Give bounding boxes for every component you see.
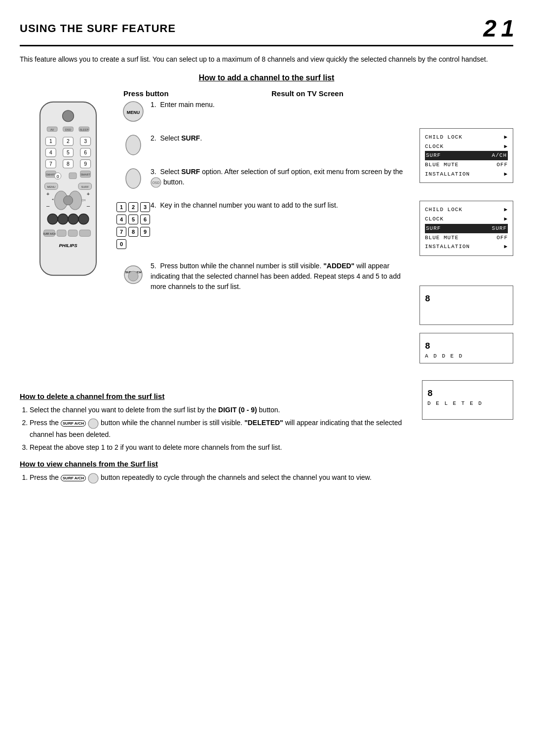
svg-text:8: 8 <box>67 161 70 167</box>
surf-ach-icon: SURF A/CH <box>122 264 144 286</box>
osd-button-icon: OSD <box>151 177 161 188</box>
tv-deleted-num: 8 <box>427 385 508 400</box>
step-2-text: 2. Select SURF. <box>151 133 415 144</box>
main-layout: AV DSD SLEEP 1 2 3 4 5 6 7 8 9 <box>20 100 513 371</box>
oval-down-icon <box>122 168 144 189</box>
surf-ach-badge-view: SURF A/CH <box>61 475 86 482</box>
col-press-label: Press button <box>123 89 232 98</box>
step-4-row: 1 2 3 4 5 6 7 8 9 0 <box>121 200 415 250</box>
digit-8: 8 <box>128 227 138 237</box>
digit-row-4: 0 <box>116 239 150 249</box>
delete-step-1: Select the channel you want to delete fr… <box>30 404 412 415</box>
svg-text:OSD: OSD <box>152 181 159 184</box>
tv-row-surf-1: SURFA/CH <box>425 151 508 160</box>
page-header: Using the Surf Feature 2 1 <box>20 15 513 46</box>
bottom-left-col: How to delete a channel from the surf li… <box>20 380 412 486</box>
result-column: CHILD LOCK▶ CLOCK▶ SURFA/CH BLUE MUTEOFF… <box>415 100 513 371</box>
svg-text:7: 7 <box>49 161 52 167</box>
menu-button-icon: MENU <box>122 101 144 122</box>
svg-point-47 <box>58 214 68 224</box>
surf-ach-circle-view <box>88 473 99 484</box>
section3-title: How to view channels from the Surf list <box>20 460 412 468</box>
digit-9: 9 <box>140 227 150 237</box>
svg-text:SURF A/CH: SURF A/CH <box>43 233 56 235</box>
svg-point-49 <box>78 214 88 224</box>
svg-point-58 <box>126 135 141 155</box>
svg-text:SMART: SMART <box>80 173 90 176</box>
bottom-area: How to delete a channel from the surf li… <box>20 380 513 486</box>
svg-text:9: 9 <box>84 161 87 167</box>
step-1-icon: MENU <box>121 100 146 122</box>
step-3-icon <box>121 167 146 189</box>
tv-row-child-lock-1: CHILD LOCK▶ <box>425 133 508 142</box>
step-5-icon: SURF A/CH <box>121 261 146 286</box>
svg-text:SLEEP: SLEEP <box>79 128 89 131</box>
svg-text:5: 5 <box>67 150 70 155</box>
digit-row-3: 7 8 9 <box>116 227 150 237</box>
delete-steps-list: Select the channel you want to delete fr… <box>20 404 412 453</box>
step-2-row: 2. Select SURF. <box>121 133 415 156</box>
tv-screen-deleted: 8 D E L E T E D <box>422 380 513 420</box>
svg-point-64 <box>128 271 138 281</box>
svg-text:PHILIPS: PHILIPS <box>59 243 77 248</box>
surf-ach-circle-delete <box>88 418 99 429</box>
tv-row-surf-2: SURFSURF <box>425 224 508 233</box>
svg-text:1: 1 <box>49 139 52 144</box>
remote-control-svg: AV DSD SLEEP 1 2 3 4 5 6 7 8 9 <box>29 100 108 287</box>
svg-point-66 <box>88 473 98 483</box>
tv-row-child-lock-2: CHILD LOCK▶ <box>425 205 508 215</box>
digit-row-1: 1 2 3 <box>116 202 150 212</box>
svg-rect-32 <box>69 173 76 179</box>
step-1-number: 1. <box>151 101 158 108</box>
step-1-text: 1. Enter main menu. <box>151 100 415 110</box>
svg-text:+: + <box>46 191 49 197</box>
svg-text:+: + <box>86 191 90 197</box>
page-title: Using the Surf Feature <box>20 22 176 35</box>
step-2-number: 2. <box>151 134 158 142</box>
step-3-row: 3. Select SURF option. After selection o… <box>121 167 415 189</box>
step-5-row: SURF A/CH 5. Press button while the chan… <box>121 261 415 292</box>
digit-2: 2 <box>128 202 138 212</box>
step-2-icon <box>121 133 146 156</box>
svg-text:4: 4 <box>49 150 52 155</box>
svg-point-46 <box>47 214 58 224</box>
step-4-text: 4. Key in the channel number you want to… <box>151 200 415 211</box>
surf-ach-badge-delete: SURF A/CH <box>61 420 86 427</box>
bottom-result-col: 8 D E L E T E D <box>422 380 513 486</box>
section3: How to view channels from the Surf list … <box>20 460 412 483</box>
svg-text:6: 6 <box>84 150 87 155</box>
digit-0: 0 <box>116 239 126 249</box>
svg-point-1 <box>62 110 74 122</box>
tv-row-installation-1: INSTALLATION▶ <box>425 170 508 179</box>
digit-5: 5 <box>128 215 138 224</box>
step-1-row: MENU 1. Enter main menu. <box>121 100 415 122</box>
digit-1: 1 <box>116 202 126 212</box>
svg-text:◄: ◄ <box>51 198 54 201</box>
svg-text:–: – <box>86 203 90 209</box>
delete-step-2: Press the SURF A/CH button while the cha… <box>30 417 412 440</box>
digit-4: 4 <box>116 215 126 224</box>
step-5-number: 5. <box>151 262 158 270</box>
svg-text:CH: CH <box>81 199 85 202</box>
digit-row-2: 4 5 6 <box>116 215 150 224</box>
tv-added-num: 8 <box>425 337 508 353</box>
digit-7: 7 <box>116 227 126 237</box>
tv-screen-3: 8 <box>419 286 513 325</box>
tv-screen-2: CHILD LOCK▶ CLOCK▶ SURFSURF BLUE MUTEOFF… <box>419 201 513 255</box>
tv-row-installation-2: INSTALLATION▶ <box>425 242 508 252</box>
svg-text:AV: AV <box>50 128 54 131</box>
delete-step-3: Repeat the above step 1 to 2 if you want… <box>30 442 412 453</box>
digit-3: 3 <box>140 202 150 212</box>
section2: How to delete a channel from the surf li… <box>20 392 412 453</box>
step-4-number: 4. <box>151 201 158 209</box>
tv-channel-num: 8 <box>425 290 508 306</box>
tv-screen-1: CHILD LOCK▶ CLOCK▶ SURFA/CH BLUE MUTEOFF… <box>419 128 513 183</box>
intro-text: This feature allows you to create a surf… <box>20 54 513 65</box>
svg-text:2: 2 <box>67 139 70 144</box>
step-5-text: 5. Press button while the channel number… <box>151 261 415 292</box>
svg-text:3: 3 <box>84 139 87 144</box>
tv-row-clock-1: CLOCK▶ <box>425 142 508 151</box>
tv-row-blue-mute-2: BLUE MUTEOFF <box>425 233 508 243</box>
section2-title: How to delete a channel from the surf li… <box>20 392 412 400</box>
page-number: 2 1 <box>483 15 513 42</box>
